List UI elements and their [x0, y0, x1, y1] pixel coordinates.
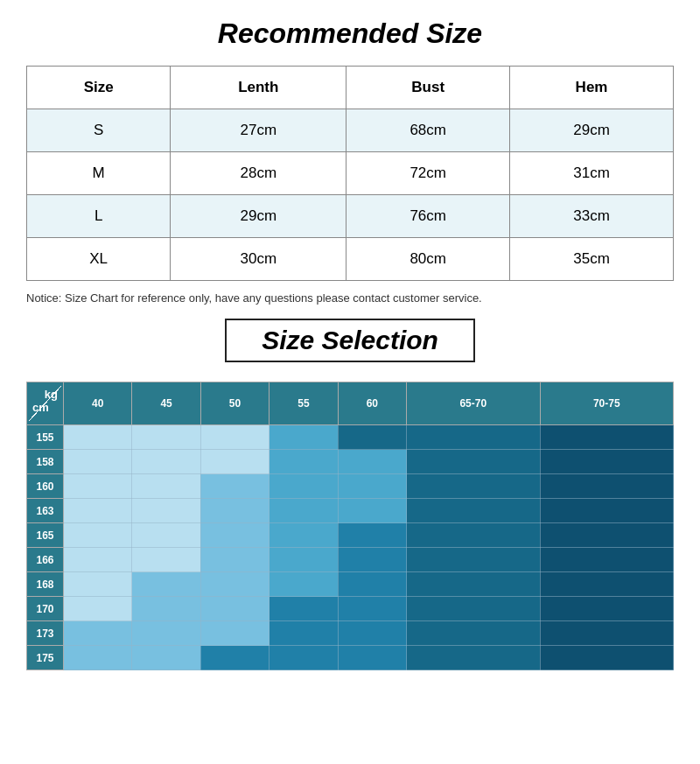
grid-row: 163: [27, 499, 674, 523]
grid-cell: [407, 450, 540, 474]
grid-cell: [338, 425, 406, 450]
col-45: 45: [132, 382, 200, 425]
cell-bust: 76cm: [346, 195, 510, 238]
cell-size: XL: [27, 238, 171, 281]
grid-cell: [64, 474, 132, 499]
grid-cell: [338, 621, 406, 646]
grid-cell: [338, 572, 406, 597]
row-header-160: 160: [27, 474, 64, 499]
grid-cell: [407, 548, 540, 572]
grid-cell: [338, 474, 406, 499]
grid-row: 170: [27, 597, 674, 621]
grid-cell: [407, 646, 540, 670]
size-chart-table: Size Lenth Bust Hem S 27cm 68cm 29cm M 2…: [26, 66, 674, 281]
grid-cell: [132, 572, 200, 597]
grid-cell: [132, 499, 200, 523]
cell-hem: 29cm: [510, 109, 674, 152]
cell-hem: 33cm: [510, 195, 674, 238]
grid-cell: [407, 597, 540, 621]
grid-cell: [200, 523, 269, 548]
grid-cell: [200, 548, 269, 572]
grid-row: 158: [27, 450, 674, 474]
grid-cell: [338, 523, 406, 548]
grid-cell: [407, 425, 540, 450]
grid-cell: [64, 523, 132, 548]
grid-cell: [200, 572, 269, 597]
grid-cell: [270, 499, 338, 523]
grid-cell: [132, 548, 200, 572]
col-65-70: 65-70: [407, 382, 540, 425]
size-selection-title: Size Selection: [262, 326, 438, 355]
notice-text: Notice: Size Chart for reference only, h…: [26, 291, 674, 305]
grid-cell: [270, 523, 338, 548]
grid-cell: [407, 474, 540, 499]
grid-cell: [200, 621, 269, 646]
cell-size: M: [27, 152, 171, 195]
grid-cell: [132, 621, 200, 646]
grid-row: 168: [27, 572, 674, 597]
grid-row: 175: [27, 646, 674, 670]
row-header-175: 175: [27, 646, 64, 670]
cell-lenth: 28cm: [171, 152, 346, 195]
row-header-168: 168: [27, 572, 64, 597]
col-header-bust: Bust: [346, 67, 510, 109]
grid-cell: [200, 425, 269, 450]
cell-hem: 31cm: [510, 152, 674, 195]
grid-row: 155: [27, 425, 674, 450]
grid-cell: [338, 548, 406, 572]
row-header-166: 166: [27, 548, 64, 572]
grid-cell: [132, 523, 200, 548]
grid-cell: [64, 425, 132, 450]
grid-cell: [270, 548, 338, 572]
cell-lenth: 27cm: [171, 109, 346, 152]
grid-cell: [64, 597, 132, 621]
col-header-lenth: Lenth: [171, 67, 346, 109]
cell-size: S: [27, 109, 171, 152]
grid-cell: [540, 523, 674, 548]
col-50: 50: [200, 382, 269, 425]
grid-cell: [64, 621, 132, 646]
grid-row: 166: [27, 548, 674, 572]
grid-row: 173: [27, 621, 674, 646]
grid-cell: [132, 597, 200, 621]
selection-grid-table: kg cm 40 45 50 55 60 65-70 70-75 1551581…: [26, 382, 674, 670]
grid-cell: [132, 450, 200, 474]
grid-cell: [338, 450, 406, 474]
table-row: XL 30cm 80cm 35cm: [27, 238, 674, 281]
grid-row: 165: [27, 523, 674, 548]
grid-cell: [407, 499, 540, 523]
cell-lenth: 29cm: [171, 195, 346, 238]
grid-cell: [270, 646, 338, 670]
grid-cell: [540, 499, 674, 523]
grid-cell: [540, 425, 674, 450]
grid-cell: [132, 425, 200, 450]
row-header-163: 163: [27, 499, 64, 523]
grid-cell: [407, 523, 540, 548]
col-40: 40: [64, 382, 132, 425]
size-selection-wrapper: Size Selection: [26, 319, 674, 371]
grid-cell: [270, 597, 338, 621]
cell-bust: 80cm: [346, 238, 510, 281]
table-row: M 28cm 72cm 31cm: [27, 152, 674, 195]
grid-cell: [270, 572, 338, 597]
grid-cell: [540, 597, 674, 621]
grid-cell: [407, 621, 540, 646]
col-55: 55: [270, 382, 338, 425]
grid-row: 160: [27, 474, 674, 499]
page-title: Recommended Size: [26, 18, 674, 50]
selection-grid-wrapper: kg cm 40 45 50 55 60 65-70 70-75 1551581…: [26, 382, 674, 670]
grid-cell: [64, 572, 132, 597]
grid-cell: [540, 646, 674, 670]
col-header-hem: Hem: [510, 67, 674, 109]
cell-hem: 35cm: [510, 238, 674, 281]
corner-header: kg cm: [27, 382, 64, 425]
grid-cell: [270, 621, 338, 646]
grid-cell: [270, 474, 338, 499]
row-header-158: 158: [27, 450, 64, 474]
row-header-170: 170: [27, 597, 64, 621]
table-row: L 29cm 76cm 33cm: [27, 195, 674, 238]
grid-cell: [64, 499, 132, 523]
grid-cell: [338, 597, 406, 621]
row-header-173: 173: [27, 621, 64, 646]
col-70-75: 70-75: [540, 382, 674, 425]
